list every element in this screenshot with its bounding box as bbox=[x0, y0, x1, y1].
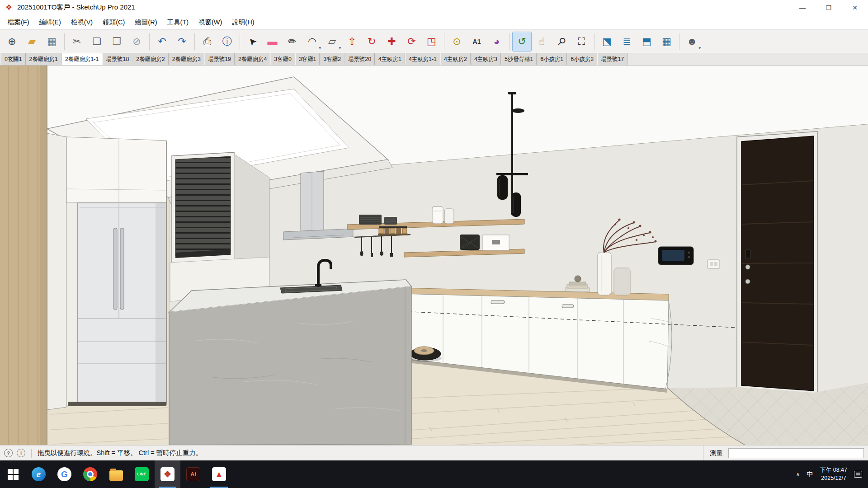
menu-item-r[interactable]: 繪圖(R) bbox=[130, 18, 162, 27]
scene-tab-13[interactable]: 4主臥房1 bbox=[375, 53, 405, 65]
cut-button[interactable]: ✂ bbox=[67, 32, 87, 52]
model-info-button[interactable]: ⓘ bbox=[217, 32, 237, 52]
menu-item-t[interactable]: 工具(T) bbox=[162, 18, 193, 27]
scene-tab-16[interactable]: 4主臥房3 bbox=[471, 53, 501, 65]
menu-item-e[interactable]: 編輯(E) bbox=[34, 18, 66, 27]
new-model-button[interactable]: ⊕ bbox=[2, 32, 22, 52]
scene-tab-15[interactable]: 4主臥房2 bbox=[440, 53, 471, 65]
section-display-button[interactable]: ▦ bbox=[657, 32, 676, 52]
scene-tab-11[interactable]: 3客廳2 bbox=[320, 53, 344, 65]
rectangle-tool[interactable]: ▱▾ bbox=[322, 32, 342, 52]
taskbar-clock[interactable]: 下午 08:47 2025/12/7 bbox=[820, 466, 847, 482]
select-tool[interactable]: ➤ bbox=[243, 32, 262, 52]
rotate-tool[interactable]: ⟳ bbox=[402, 32, 421, 52]
dropdown-caret-icon[interactable]: ▾ bbox=[319, 46, 321, 50]
arc-tool[interactable]: ◠▾ bbox=[302, 32, 322, 52]
status-bar: ? i 拖曳以便進行環繞。Shift = 平移。 Ctrl = 暫時停止重力。 … bbox=[0, 445, 868, 460]
scene-tab-14[interactable]: 4主臥房1-1 bbox=[405, 53, 440, 65]
dropdown-caret-icon[interactable]: ▾ bbox=[339, 46, 341, 50]
walk-tool-icon: ≣ bbox=[623, 37, 631, 47]
pan-tool[interactable]: ☝ bbox=[532, 32, 552, 52]
menu-item-f[interactable]: 檔案(F) bbox=[3, 18, 34, 27]
pencil-tool[interactable]: ✏ bbox=[283, 32, 302, 52]
redo-button-icon: ↷ bbox=[178, 37, 186, 47]
action-center-icon[interactable] bbox=[854, 471, 862, 478]
paste-button[interactable]: ❒ bbox=[107, 32, 127, 52]
start-button[interactable] bbox=[0, 460, 26, 488]
pushpull-tool-icon: ⇧ bbox=[348, 37, 356, 47]
menu-item-w[interactable]: 視窗(W) bbox=[193, 18, 227, 27]
scene-tab-9[interactable]: 3客廳0 bbox=[270, 53, 295, 65]
scene-tab-7[interactable]: 場景號19 bbox=[204, 53, 235, 65]
tape-measure-tool[interactable]: ⊙ bbox=[447, 32, 467, 52]
scene-tab-18[interactable]: 6小孩房1 bbox=[537, 53, 567, 65]
open-button[interactable]: ▰ bbox=[22, 32, 42, 52]
clock-date: 2025/12/7 bbox=[820, 474, 847, 483]
zoom-tool[interactable]: ⚲ bbox=[552, 32, 571, 52]
scene-tab-10[interactable]: 3客廳1 bbox=[295, 53, 320, 65]
scene-tab-1[interactable]: 0玄關1 bbox=[1, 53, 26, 65]
maximize-button[interactable]: ❐ bbox=[816, 0, 842, 15]
sketchup-icon[interactable]: ❖ bbox=[155, 460, 180, 488]
scene-tab-20[interactable]: 場景號17 bbox=[597, 53, 627, 65]
scene-tab-17[interactable]: 5沙發背牆1 bbox=[501, 53, 537, 65]
sketchup-logo-icon: ❖ bbox=[5, 3, 13, 12]
eraser-tool[interactable]: ▬ bbox=[263, 32, 282, 52]
scene-tab-3[interactable]: 2餐廳廚房1-1 bbox=[61, 53, 102, 65]
measurement-input[interactable] bbox=[728, 448, 864, 458]
scene-tab-19[interactable]: 6小孩房2 bbox=[567, 53, 597, 65]
section-plane-tool[interactable]: ⬒ bbox=[637, 32, 656, 52]
text-tool[interactable]: A1 bbox=[467, 32, 486, 52]
position-camera-button[interactable]: ⬔ bbox=[597, 32, 617, 52]
geolocation-icon[interactable]: ? bbox=[4, 449, 13, 457]
hidden-icons-chevron[interactable]: ∧ bbox=[796, 471, 800, 478]
print-button[interactable]: ⎙ bbox=[198, 32, 217, 52]
redo-button[interactable]: ↷ bbox=[172, 32, 192, 52]
menu-item-c[interactable]: 鏡頭(C) bbox=[98, 18, 130, 27]
zoom-extents-button[interactable]: ⛶ bbox=[572, 32, 591, 52]
minimize-button[interactable]: — bbox=[789, 0, 816, 15]
taskbar-apps: eGLINE❖Ai▲ bbox=[0, 460, 232, 488]
scene-tab-6[interactable]: 2餐廳廚房3 bbox=[169, 53, 204, 65]
viewport-canvas[interactable] bbox=[0, 66, 868, 445]
toolbar-separator bbox=[509, 33, 509, 50]
print-button-icon: ⎙ bbox=[203, 37, 212, 47]
menu-item-v[interactable]: 檢視(V) bbox=[66, 18, 98, 27]
save-button[interactable]: ▦ bbox=[42, 32, 61, 52]
erase-button[interactable]: ⊘ bbox=[127, 32, 146, 52]
paint-bucket-tool-icon: ◕ bbox=[494, 37, 500, 47]
acrobat-icon[interactable]: ▲ bbox=[206, 460, 232, 488]
line-icon[interactable]: LINE bbox=[129, 460, 155, 488]
google-icon[interactable]: G bbox=[52, 460, 77, 488]
sketchup-window: ❖ 20251001TO客戶 - SketchUp Pro 2021 — ❐ ✕… bbox=[0, 0, 868, 488]
paint-bucket-tool[interactable]: ◕ bbox=[487, 32, 506, 52]
intercom-panel bbox=[658, 247, 693, 265]
user-account-button[interactable]: ☻▾ bbox=[682, 32, 702, 52]
file-explorer-icon[interactable] bbox=[103, 460, 129, 488]
followme-tool[interactable]: ↻ bbox=[362, 32, 382, 52]
scene-tab-12[interactable]: 場景號20 bbox=[344, 53, 375, 65]
scale-tool[interactable]: ◳ bbox=[422, 32, 441, 52]
ime-indicator[interactable]: 中 bbox=[807, 470, 813, 479]
windows-logo-icon bbox=[8, 469, 19, 480]
acrobat-icon-glyph: ▲ bbox=[212, 467, 226, 481]
edge-icon[interactable]: e bbox=[26, 460, 52, 488]
chrome-icon[interactable] bbox=[77, 460, 103, 488]
copy-button[interactable]: ❏ bbox=[87, 32, 107, 52]
scene-tab-5[interactable]: 2餐廳廚房2 bbox=[132, 53, 168, 65]
clock-time: 下午 08:47 bbox=[820, 466, 847, 474]
orbit-tool[interactable]: ↺ bbox=[512, 32, 532, 52]
close-button[interactable]: ✕ bbox=[842, 0, 868, 15]
pushpull-tool[interactable]: ⇧ bbox=[342, 32, 362, 52]
undo-button[interactable]: ↶ bbox=[152, 32, 172, 52]
menu-item-h[interactable]: 說明(H) bbox=[227, 18, 259, 27]
scene-tab-8[interactable]: 2餐廳廚房4 bbox=[235, 53, 270, 65]
credits-info-icon[interactable]: i bbox=[17, 449, 25, 457]
scene-tab-4[interactable]: 場景號18 bbox=[102, 53, 132, 65]
move-tool[interactable]: ✚ bbox=[382, 32, 401, 52]
toolbar-separator bbox=[444, 33, 444, 50]
scene-tab-2[interactable]: 2餐廳廚房1 bbox=[26, 53, 61, 65]
dropdown-caret-icon[interactable]: ▾ bbox=[698, 46, 701, 50]
adobe-ai-icon[interactable]: Ai bbox=[180, 460, 206, 488]
walk-tool[interactable]: ≣ bbox=[617, 32, 637, 52]
